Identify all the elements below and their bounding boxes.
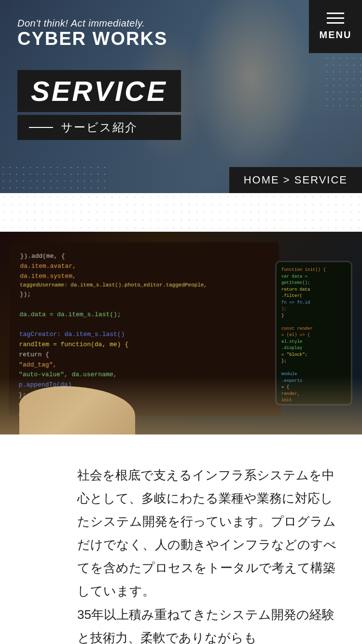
dots-row [0,193,362,232]
body-text-1: 社会を根底で支えるインフラ系システムを中心として、多岐にわたる業種や業務に対応し… [77,463,343,603]
service-title-block: SERVICE サービス紹介 [17,70,181,140]
menu-label: MENU [320,29,352,41]
dots-decoration [0,193,362,232]
service-title: SERVICE [31,75,167,107]
service-subtitle: サービス紹介 [61,120,138,135]
hamburger-icon [327,13,344,24]
subtitle-line [29,127,53,128]
body-text-2: 35年以上積み重ねてきたシステム開発の経験と技術力、柔軟でありながらも [77,603,343,644]
breadcrumb: HOME > SERVICE [244,174,348,186]
dot-pattern-left [0,164,111,193]
menu-line-3 [327,22,344,24]
dot-pattern-right [323,48,362,111]
menu-button[interactable]: MENU [309,0,362,53]
service-title-box: SERVICE [17,70,181,112]
menu-line-1 [327,13,344,14]
main-content: }).add(me, { da.item.avatar, da.item.sys… [0,232,362,644]
breadcrumb-bar: HOME > SERVICE [229,167,362,193]
text-section: 社会を根底で支えるインフラ系システムを中心として、多岐にわたる業種や業務に対応し… [0,434,362,644]
logo-title: CYBER WORKS [17,29,167,49]
menu-line-2 [327,17,344,19]
service-subtitle-box: サービス紹介 [17,115,181,140]
service-description: 社会を根底で支えるインフラ系システムを中心として、多岐にわたる業種や業務に対応し… [77,463,343,644]
logo-tagline: Don't think! Act immediately. [17,17,167,29]
header: Don't think! Act immediately. CYBER WORK… [0,0,362,193]
code-image: }).add(me, { da.item.avatar, da.item.sys… [0,232,362,434]
logo-area: Don't think! Act immediately. CYBER WORK… [17,17,167,49]
